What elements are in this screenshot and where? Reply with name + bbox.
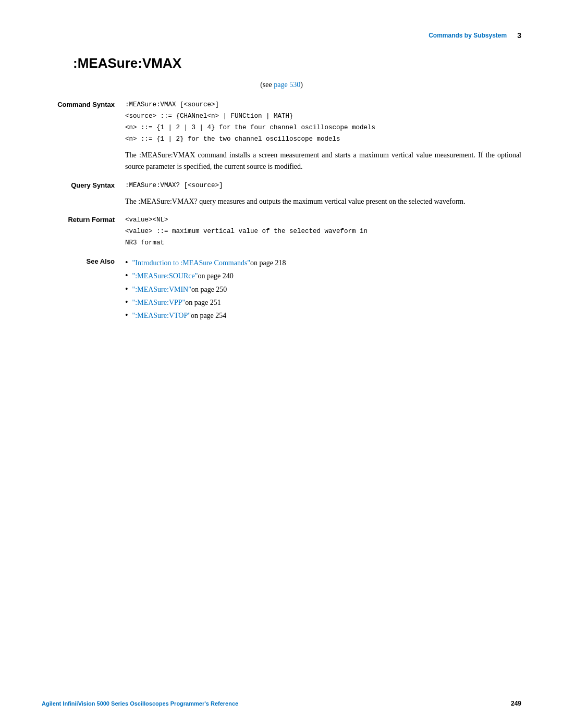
see-also-list: "Introduction to :MEASure Commands" on p…: [125, 256, 521, 322]
command-syntax-label: Command Syntax: [42, 100, 125, 108]
command-syntax-content: :MEASure:VMAX [<source>] <source> ::= {C…: [125, 100, 521, 173]
page-header: Commands by Subsystem 3: [42, 31, 521, 40]
return-format-content: <value><NL> <value> ::= maximum vertical…: [125, 215, 521, 249]
query-code-line: :MEASure:VMAX? [<source>]: [125, 180, 521, 191]
see-also-link-1[interactable]: "Introduction to :MEASure Commands": [132, 256, 250, 269]
return-line-2: <value> ::= maximum vertical value of th…: [125, 226, 521, 237]
query-syntax-label: Query Syntax: [42, 180, 125, 189]
code-line-4: <n> ::= {1 | 2} for the two channel osci…: [125, 134, 521, 144]
header-section-title: Commands by Subsystem: [429, 32, 507, 39]
code-line-2: <source> ::= {CHANnel<n> | FUNCtion | MA…: [125, 111, 521, 121]
list-item: ":MEASure:VMIN" on page 250: [125, 283, 521, 296]
return-line-1: <value><NL>: [125, 215, 521, 225]
query-syntax-content: :MEASure:VMAX? [<source>] The :MEASure:V…: [125, 180, 521, 207]
return-line-3: NR3 format: [125, 238, 521, 248]
see-also-label: See Also: [42, 256, 125, 265]
list-item: ":MEASure:SOURce" on page 240: [125, 269, 521, 282]
return-format-section: Return Format <value><NL> <value> ::= ma…: [42, 215, 521, 249]
header-page-number: 3: [517, 31, 521, 40]
see-also-page-4: on page 251: [185, 296, 221, 309]
see-also-link-5[interactable]: ":MEASure:VTOP": [132, 309, 191, 322]
query-syntax-description: The :MEASure:VMAX? query measures and ou…: [125, 196, 521, 207]
see-also-link-3[interactable]: ":MEASure:VMIN": [132, 283, 191, 296]
code-line-1: :MEASure:VMAX [<source>]: [125, 100, 521, 110]
list-item: ":MEASure:VPP" on page 251: [125, 296, 521, 309]
see-also-section: See Also "Introduction to :MEASure Comma…: [42, 256, 521, 322]
query-syntax-section: Query Syntax :MEASure:VMAX? [<source>] T…: [42, 180, 521, 207]
footer-page-number: 249: [511, 700, 521, 707]
command-title: :MEASure:VMAX: [73, 55, 521, 71]
code-line-3: <n> ::= {1 | 2 | 3 | 4} for the four cha…: [125, 122, 521, 133]
query-syntax-code: :MEASure:VMAX? [<source>]: [125, 180, 521, 191]
command-syntax-code: :MEASure:VMAX [<source>] <source> ::= {C…: [125, 100, 521, 144]
page-footer: Agilent InfiniiVision 5000 Series Oscill…: [42, 700, 521, 707]
see-also-link-2[interactable]: ":MEASure:SOURce": [132, 269, 198, 282]
command-syntax-section: Command Syntax :MEASure:VMAX [<source>] …: [42, 100, 521, 173]
see-also-page-5: on page 254: [191, 309, 226, 322]
list-item: "Introduction to :MEASure Commands" on p…: [125, 256, 521, 269]
see-also-page-3: on page 250: [191, 283, 227, 296]
footer-title: Agilent InfiniiVision 5000 Series Oscill…: [42, 700, 238, 707]
return-format-code: <value><NL> <value> ::= maximum vertical…: [125, 215, 521, 248]
see-page-ref: (see page 530): [42, 81, 521, 89]
see-also-page-1: on page 218: [250, 256, 286, 269]
see-page-text: (see page 530): [260, 81, 303, 89]
list-item: ":MEASure:VTOP" on page 254: [125, 309, 521, 322]
command-syntax-description: The :MEASure:VMAX command installs a scr…: [125, 150, 521, 173]
page-530-link[interactable]: page 530: [274, 81, 300, 89]
see-also-page-2: on page 240: [198, 269, 233, 282]
page: Commands by Subsystem 3 :MEASure:VMAX (s…: [0, 0, 563, 728]
see-also-link-4[interactable]: ":MEASure:VPP": [132, 296, 186, 309]
return-format-label: Return Format: [42, 215, 125, 224]
see-also-content: "Introduction to :MEASure Commands" on p…: [125, 256, 521, 322]
